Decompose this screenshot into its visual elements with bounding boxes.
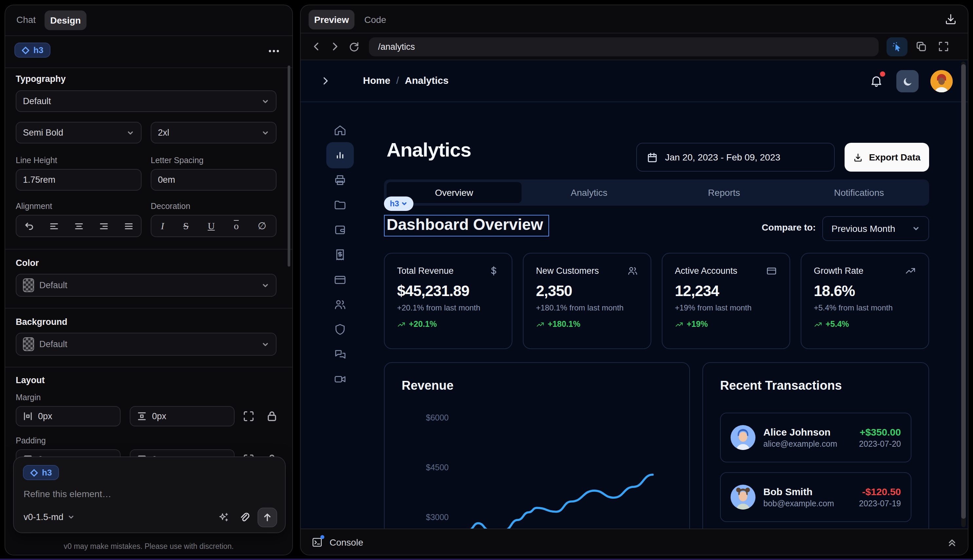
copy-icon[interactable] bbox=[915, 41, 927, 52]
user-avatar[interactable] bbox=[930, 70, 953, 92]
breadcrumb-current: Analytics bbox=[405, 75, 449, 86]
preview-header: Preview Code bbox=[301, 5, 968, 33]
date-range-button[interactable]: Jan 20, 2023 - Feb 09, 2023 bbox=[636, 143, 835, 172]
color-select[interactable]: Default bbox=[16, 274, 277, 297]
divider bbox=[5, 35, 292, 36]
sidebar-item-users[interactable] bbox=[334, 298, 347, 311]
sidebar-item-receipt[interactable] bbox=[334, 248, 347, 261]
sidebar-item-payments[interactable] bbox=[334, 273, 347, 286]
tab-reports[interactable]: Reports bbox=[656, 182, 791, 203]
model-select[interactable]: v0-1.5-md bbox=[23, 512, 75, 522]
send-button[interactable] bbox=[257, 508, 277, 527]
sidebar-item-folder[interactable] bbox=[334, 198, 347, 212]
avatar bbox=[731, 425, 756, 450]
strikethrough-icon[interactable]: S bbox=[183, 220, 189, 232]
font-weight-select[interactable]: Semi Bold bbox=[16, 122, 142, 143]
font-size-select[interactable]: 2xl bbox=[151, 122, 277, 143]
sidebar-expand-icon[interactable] bbox=[320, 76, 330, 86]
margin-lock-icon[interactable] bbox=[266, 410, 278, 422]
sidebar-item-security[interactable] bbox=[334, 323, 347, 336]
letter-spacing-input[interactable]: 0em bbox=[151, 169, 277, 191]
composer-input[interactable]: Refine this element… bbox=[23, 488, 112, 499]
tab-analytics[interactable]: Analytics bbox=[522, 182, 656, 203]
panel-scrollbar[interactable] bbox=[288, 65, 290, 267]
diamond-icon bbox=[22, 46, 30, 54]
breadcrumb-home[interactable]: Home bbox=[363, 75, 390, 86]
bottom-accent-strip bbox=[0, 559, 973, 560]
italic-icon[interactable]: I bbox=[161, 220, 164, 232]
divider bbox=[5, 308, 292, 308]
preview-scrollbar-thumb[interactable] bbox=[961, 64, 966, 519]
sparkles-icon[interactable] bbox=[218, 512, 229, 523]
revenue-line-chart bbox=[385, 363, 690, 528]
margin-expand-icon[interactable] bbox=[242, 410, 255, 422]
compare-select[interactable]: Previous Month bbox=[822, 216, 929, 241]
tab-notifications[interactable]: Notifications bbox=[791, 182, 926, 203]
url-input[interactable]: /analytics bbox=[369, 37, 879, 56]
sidebar-item-wallet[interactable] bbox=[334, 223, 347, 237]
align-left-icon[interactable] bbox=[49, 221, 58, 231]
margin-x-input[interactable]: 0px bbox=[16, 406, 120, 427]
margin-y-input[interactable]: 0px bbox=[130, 406, 235, 427]
fullscreen-icon[interactable] bbox=[938, 41, 950, 52]
console-bar[interactable]: Console bbox=[301, 528, 968, 555]
transaction-row[interactable]: Bob Smith bob@example.com -$120.50 2023-… bbox=[720, 472, 911, 522]
chevron-down-icon bbox=[401, 200, 407, 207]
chevron-down-icon bbox=[262, 340, 269, 348]
stat-card-new-customers: New Customers 2,350 +180.1% from last mo… bbox=[523, 253, 651, 349]
trending-up-icon bbox=[397, 320, 406, 328]
align-justify-icon[interactable] bbox=[124, 221, 134, 231]
dollar-icon bbox=[488, 265, 499, 277]
export-data-button[interactable]: Export Data bbox=[844, 143, 929, 172]
decoration-label: Decoration bbox=[151, 202, 190, 211]
stat-card-total-revenue: Total Revenue $45,231.89 +20.1% from las… bbox=[384, 253, 512, 349]
tab-design[interactable]: Design bbox=[45, 10, 87, 30]
chevrons-up-icon[interactable] bbox=[947, 537, 957, 547]
tab-code[interactable]: Code bbox=[364, 14, 386, 25]
no-decoration-icon[interactable]: ∅ bbox=[258, 220, 266, 232]
divider bbox=[5, 67, 292, 68]
paperclip-icon[interactable] bbox=[239, 512, 250, 523]
line-height-input[interactable]: 1.75rem bbox=[16, 169, 142, 191]
transactions-title: Recent Transactions bbox=[720, 378, 842, 393]
align-right-icon[interactable] bbox=[98, 221, 108, 231]
tab-preview[interactable]: Preview bbox=[309, 10, 354, 30]
sidebar-item-messages[interactable] bbox=[334, 348, 347, 361]
sidebar-item-home[interactable] bbox=[334, 124, 347, 137]
sidebar-item-video[interactable] bbox=[334, 373, 347, 386]
calendar-icon bbox=[647, 152, 658, 163]
theme-toggle-button[interactable] bbox=[896, 70, 919, 92]
back-icon[interactable] bbox=[311, 41, 322, 52]
app-navbar: Home / Analytics bbox=[301, 60, 968, 102]
refresh-icon[interactable] bbox=[348, 41, 360, 52]
chevron-down-icon bbox=[262, 129, 269, 137]
inspect-tool-button[interactable] bbox=[886, 37, 908, 56]
sidebar-item-analytics[interactable] bbox=[334, 149, 347, 162]
alignment-label: Alignment bbox=[16, 202, 52, 211]
margin-label: Margin bbox=[16, 393, 41, 402]
chevron-down-icon bbox=[67, 513, 75, 521]
console-label: Console bbox=[330, 537, 363, 547]
composer-element-badge[interactable]: h3 bbox=[23, 465, 59, 480]
app-viewport: Home / Analytics bbox=[301, 60, 968, 528]
v0-workspace: Chat Design h3 Typography Default Semi B… bbox=[0, 0, 973, 560]
font-family-select[interactable]: Default bbox=[16, 90, 277, 112]
sidebar-item-printer[interactable] bbox=[334, 173, 347, 187]
section-title-selected[interactable]: Dashboard Overview bbox=[384, 215, 549, 237]
selected-element-badge[interactable]: h3 bbox=[14, 43, 50, 58]
background-select[interactable]: Default bbox=[16, 333, 277, 356]
breadcrumb-separator: / bbox=[396, 75, 399, 86]
forward-icon[interactable] bbox=[330, 41, 340, 52]
align-center-icon[interactable] bbox=[74, 221, 83, 231]
selected-tag-pill[interactable]: h3 bbox=[384, 197, 414, 211]
download-icon[interactable] bbox=[944, 12, 957, 25]
line-height-label: Line Height bbox=[16, 156, 57, 165]
undo-icon[interactable] bbox=[24, 221, 34, 231]
underline-icon[interactable]: U bbox=[208, 220, 215, 232]
compare-label: Compare to: bbox=[738, 222, 816, 233]
more-options-icon[interactable] bbox=[267, 47, 280, 56]
overline-icon[interactable]: o bbox=[234, 220, 239, 232]
transaction-row[interactable]: Alice Johnson alice@example.com +$350.00… bbox=[720, 413, 911, 462]
revenue-chart-card: Revenue $6000 $4500 $3000 bbox=[384, 362, 690, 528]
tab-chat[interactable]: Chat bbox=[17, 14, 36, 25]
